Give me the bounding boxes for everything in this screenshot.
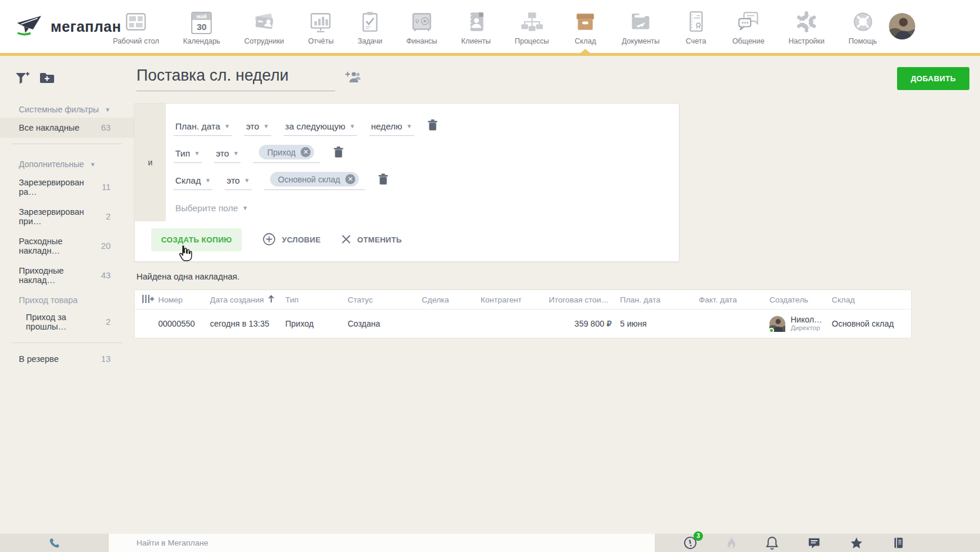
chevron-down-icon: ▼ [244,177,250,184]
messages-icon[interactable] [808,537,821,549]
bell-icon[interactable] [766,536,778,550]
sort-asc-icon [268,295,275,305]
nav-item-settings[interactable]: Настройки [789,0,825,53]
nav-item-calendar[interactable]: май30 Календарь [183,0,220,53]
filter-row-warehouse: Склад▼ это▼ Основной склад✕ [174,172,438,190]
flame-icon[interactable] [726,536,736,550]
nav-item-finances[interactable]: Финансы [406,0,437,53]
operator-dropdown[interactable]: это▼ [225,175,251,190]
chip-main-warehouse: Основной склад✕ [270,172,359,187]
select-field-dropdown[interactable]: Выберите поле▼ [174,203,250,217]
remove-chip-icon[interactable]: ✕ [301,147,311,157]
creator-role: Директор [791,324,822,332]
create-copy-button[interactable]: СОЗДАТЬ КОПИЮ [151,228,242,251]
nav-item-warehouse-active[interactable]: Склад [573,0,598,53]
sidebar-group-system-filters[interactable]: Системные фильтры▼ [19,105,113,114]
nav-item-clients[interactable]: Клиенты [461,0,491,53]
add-folder-icon[interactable] [39,72,55,87]
col-header-created[interactable]: Дата создания [210,295,285,305]
sidebar-item-reserved-expense[interactable]: Зарезервирован ра… 11 [0,172,134,202]
item-count: 20 [101,241,111,251]
item-count: 2 [106,212,111,221]
main-nav: Рабочий стол май30 Календарь Сотрудники … [113,0,877,53]
filter-editor-card: и План. дата▼ это▼ за следующую▼ неделю▼… [134,103,679,262]
global-search-input[interactable] [109,534,655,552]
value-chip-field[interactable]: Основной склад✕ [264,172,365,190]
col-header-contractor[interactable]: Контрагент [481,295,549,304]
delete-condition-icon[interactable] [334,147,344,161]
item-count: 43 [101,271,111,280]
page-title: Поставка сл. недели [136,66,289,84]
sidebar-item-income-last-period[interactable]: Приход за прошлы… 2 [0,307,134,337]
col-header-warehouse[interactable]: Склад [832,295,911,304]
nav-item-invoices[interactable]: Счета [684,0,708,53]
col-header-status[interactable]: Статус [348,295,422,304]
divider [12,342,122,343]
clients-icon [464,7,488,34]
field-dropdown[interactable]: Склад▼ [174,175,212,190]
operator-dropdown[interactable]: это▼ [244,121,271,136]
field-dropdown[interactable]: План. дата▼ [174,121,232,136]
chevron-down-icon: ▼ [264,123,269,129]
table-row[interactable]: 00000550 сегодня в 13:35 Приход Создана … [135,310,911,338]
col-header-fact-date[interactable]: Факт. дата [699,295,769,304]
creator-name[interactable]: Никол… [791,315,822,324]
sidebar-item-reserved-income[interactable]: Зарезервирован при… 2 [0,202,134,231]
period-dropdown[interactable]: неделю▼ [369,121,414,136]
chevron-down-icon: ▼ [90,161,96,168]
remove-chip-icon[interactable]: ✕ [345,174,355,184]
nav-item-processes[interactable]: Процессы [515,0,549,53]
nav-item-communication[interactable]: Общение [732,0,765,53]
logo-text: мегаплан [51,18,121,35]
sidebar-subgroup-goods-income: Приход товара [0,290,134,307]
col-header-type[interactable]: Тип [285,295,348,304]
col-header-creator[interactable]: Создатель [769,295,832,304]
sidebar-item-expense-invoices[interactable]: Расходные накладн… 20 [0,231,134,261]
chevron-down-icon: ▼ [406,123,412,129]
cancel-button[interactable]: ОТМЕНИТЬ [342,235,402,245]
item-count: 11 [102,182,111,192]
nav-item-documents[interactable]: Документы [622,0,659,53]
table-header-row: Номер Дата создания Тип Статус Сделка Ко… [135,290,911,310]
sidebar-item-all-invoices[interactable]: Все накладные 63 [0,118,134,138]
cell-status: Создана [348,319,422,328]
nav-item-help[interactable]: Помощь [849,0,877,53]
nav-item-desktop[interactable]: Рабочий стол [113,0,159,53]
col-header-deal[interactable]: Сделка [422,295,481,304]
cell-warehouse: Основной склад [832,319,911,328]
star-favorites-icon[interactable] [850,537,863,549]
field-dropdown[interactable]: Тип▼ [174,148,202,163]
cell-number: 00000550 [158,319,210,328]
item-count: 13 [101,354,111,364]
add-filter-icon[interactable] [15,71,30,87]
chevron-down-icon: ▼ [224,123,230,129]
sidebar-group-additional[interactable]: Дополнительные▼ [19,159,113,169]
sidebar-item-income-invoices[interactable]: Приходные наклад… 43 [0,261,134,290]
col-header-total[interactable]: Итоговая стои… [549,295,620,304]
item-count: 63 [101,123,111,132]
nav-item-tasks[interactable]: Задачи [358,0,382,53]
delete-condition-icon[interactable] [378,174,388,188]
invoices-icon [684,7,708,34]
nav-item-reports[interactable]: Отчёты [308,0,334,53]
col-header-plan-date[interactable]: План. дата [620,295,699,304]
filter-name-input[interactable]: Поставка сл. недели [136,65,335,91]
share-with-users-icon[interactable] [345,71,361,85]
sidebar-item-in-reserve[interactable]: В резерве 13 [0,349,134,369]
add-button[interactable]: ДОБАВИТЬ [897,67,969,90]
column-settings-icon[interactable] [135,294,158,306]
col-header-number[interactable]: Номер [158,295,210,304]
megaplan-logo[interactable]: мегаплан [15,14,121,39]
user-avatar[interactable] [889,13,915,39]
phone-icon[interactable] [0,534,109,552]
operator-dropdown[interactable]: это▼ [214,148,241,163]
knowledge-book-icon[interactable] [892,537,905,549]
filters-sidebar: Системные фильтры▼ Все накладные 63 Допо… [0,56,134,534]
value-dropdown[interactable]: за следующую▼ [284,121,357,136]
delete-condition-icon[interactable] [428,119,438,134]
alerts-icon[interactable]: 3 [684,536,697,550]
add-condition-button[interactable]: УСЛОВИЕ [263,233,321,247]
value-chip-field[interactable]: Приход✕ [253,145,320,163]
creator-avatar[interactable] [769,316,785,332]
nav-item-employees[interactable]: Сотрудники [244,0,284,53]
